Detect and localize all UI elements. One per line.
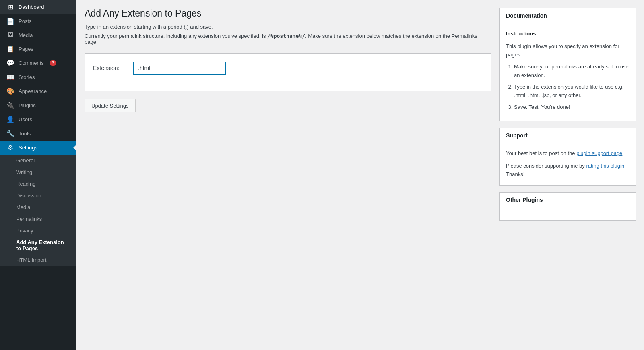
permalink-code: /%postname%/ — [267, 33, 305, 39]
support-header: Support — [500, 128, 636, 143]
instructions-title: Instructions — [506, 30, 629, 38]
permalink-notice-pre: Currently your permalink structure, incl… — [85, 33, 267, 39]
documentation-header: Documentation — [500, 8, 636, 23]
support-text1-pre: Your best bet is to post on the — [506, 150, 576, 156]
sidebar-label-stories: Stories — [19, 74, 35, 80]
sidebar-item-appearance[interactable]: 🎨Appearance — [0, 84, 76, 98]
sub-nav-item-add-extension[interactable]: Add Any Extension to Pages — [0, 236, 76, 254]
comments-badge: 3 — [50, 60, 57, 66]
sub-nav-item-permalinks[interactable]: Permalinks — [0, 213, 76, 225]
instructions-intro: This plugin allows you to specify an ext… — [506, 42, 629, 59]
sidebar-label-plugins: Plugins — [19, 102, 36, 108]
update-settings-button[interactable]: Update Settings — [85, 99, 136, 112]
sub-nav-item-writing[interactable]: Writing — [0, 166, 76, 178]
sidebar-item-plugins[interactable]: 🔌Plugins — [0, 98, 76, 112]
sidebar-label-tools: Tools — [19, 130, 31, 137]
appearance-icon: 🎨 — [6, 87, 14, 95]
other-plugins-body — [500, 207, 636, 220]
sidebar-label-comments: Comments — [19, 60, 44, 66]
permalink-notice: Currently your permalink structure, incl… — [85, 33, 491, 45]
sub-nav-item-reading[interactable]: Reading — [0, 178, 76, 190]
sidebar-item-comments[interactable]: 💬Comments3 — [0, 56, 76, 70]
sub-nav-item-html-import[interactable]: HTML Import — [0, 254, 76, 266]
sub-nav-item-discussion[interactable]: Discussion — [0, 190, 76, 201]
sidebar-item-stories[interactable]: 📖Stories — [0, 70, 76, 84]
documentation-body: Instructions This plugin allows you to s… — [500, 23, 636, 121]
support-text1: Your best bet is to post on the plugin s… — [506, 149, 629, 158]
support-text2-pre: Please consider supporting me by — [506, 163, 586, 169]
content-area: Add Any Extension to Pages Type in an ex… — [85, 8, 491, 342]
pages-icon: 📋 — [6, 45, 14, 53]
tools-icon: 🔧 — [6, 130, 14, 137]
sub-nav-item-media[interactable]: Media — [0, 201, 76, 213]
sidebar-label-settings: Settings — [19, 145, 37, 151]
sidebar-label-pages: Pages — [19, 46, 33, 52]
sidebar-item-dashboard[interactable]: ⊞Dashboard — [0, 0, 76, 14]
sidebar-label-posts: Posts — [19, 18, 32, 24]
rating-plugin-link[interactable]: rating this plugin — [586, 163, 624, 169]
media-icon: 🖼 — [6, 31, 14, 39]
plugin-support-link[interactable]: plugin support page — [576, 150, 622, 156]
instruction-step: Make sure your permalinks are already se… — [514, 63, 629, 80]
sidebar-item-settings[interactable]: ⚙Settings — [0, 141, 76, 155]
main-content: Add Any Extension to Pages Type in an ex… — [76, 0, 644, 350]
comments-icon: 💬 — [6, 59, 14, 67]
settings-arrow — [73, 145, 76, 151]
extension-label: Extension: — [93, 65, 125, 71]
sub-nav-item-general[interactable]: General — [0, 155, 76, 166]
sidebar-label-dashboard: Dashboard — [19, 4, 44, 10]
users-icon: 👤 — [6, 116, 14, 123]
form-row-extension: Extension: — [93, 62, 483, 75]
stories-icon: 📖 — [6, 73, 14, 81]
page-description: Type in an extension starting with a per… — [85, 24, 491, 30]
page-title: Add Any Extension to Pages — [85, 8, 491, 19]
settings-submenu: GeneralWritingReadingDiscussionMediaPerm… — [0, 155, 76, 266]
other-plugins-widget: Other Plugins — [499, 192, 636, 221]
sidebar: ⊞Dashboard📄Posts🖼Media📋Pages💬Comments3📖S… — [0, 0, 76, 350]
dashboard-icon: ⊞ — [6, 3, 14, 11]
sidebar-label-media: Media — [19, 32, 33, 38]
support-text1-post: . — [622, 150, 624, 156]
settings-icon: ⚙ — [6, 144, 14, 151]
sidebar-item-posts[interactable]: 📄Posts — [0, 14, 76, 28]
sidebar-label-users: Users — [19, 116, 32, 122]
sidebar-item-users[interactable]: 👤Users — [0, 112, 76, 126]
instruction-step: Save. Test. You're done! — [514, 103, 629, 112]
sidebar-item-tools[interactable]: 🔧Tools — [0, 126, 76, 141]
right-sidebar: Documentation Instructions This plugin a… — [499, 8, 636, 342]
documentation-widget: Documentation Instructions This plugin a… — [499, 8, 636, 121]
instruction-step: Type in the extension you would like to … — [514, 83, 629, 100]
instructions-list: Make sure your permalinks are already se… — [514, 63, 629, 111]
sidebar-item-pages[interactable]: 📋Pages — [0, 42, 76, 56]
support-text2: Please consider supporting me by rating … — [506, 162, 629, 179]
sub-nav-item-privacy[interactable]: Privacy — [0, 225, 76, 236]
posts-icon: 📄 — [6, 17, 14, 25]
sidebar-item-media[interactable]: 🖼Media — [0, 28, 76, 42]
plugins-icon: 🔌 — [6, 101, 14, 109]
other-plugins-header: Other Plugins — [500, 193, 636, 207]
extension-input[interactable] — [133, 62, 226, 75]
support-body: Your best bet is to post on the plugin s… — [500, 143, 636, 185]
support-widget: Support Your best bet is to post on the … — [499, 128, 636, 185]
sidebar-label-appearance: Appearance — [19, 88, 47, 94]
settings-form: Extension: — [85, 53, 491, 91]
